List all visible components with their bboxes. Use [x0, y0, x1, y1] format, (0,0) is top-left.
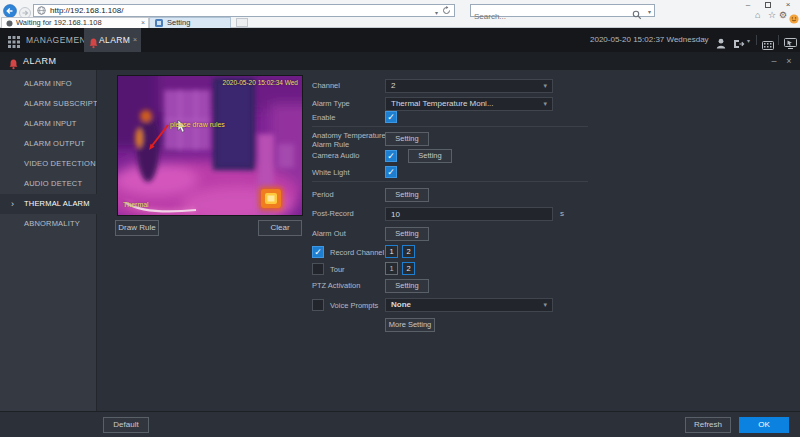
- sidebar-item-thermal-alarm[interactable]: › THERMAL ALARM: [0, 194, 97, 214]
- osd-draw-hint: please draw rules: [170, 121, 225, 128]
- alarm-type-value: Thermal Temperature Moni...: [391, 99, 494, 108]
- sidebar-item-abnormality[interactable]: ABNORMALITY: [0, 214, 97, 234]
- channel-value: 2: [391, 81, 395, 90]
- alarm-out-setting-button[interactable]: Setting: [385, 227, 429, 241]
- channel-label: Channel: [312, 79, 386, 93]
- osd-stream-label: Thermal: [123, 201, 149, 208]
- chevron-down-icon: ▾: [543, 98, 547, 110]
- panel-header: ALARM – ×: [0, 52, 800, 70]
- hot-object: [259, 187, 283, 210]
- tab-favicon: [6, 20, 13, 28]
- white-light-checkbox[interactable]: ✓: [385, 166, 397, 178]
- tour-1-button[interactable]: 1: [385, 262, 398, 275]
- search-dropdown-icon[interactable]: ▾: [648, 8, 651, 15]
- default-button[interactable]: Default: [103, 417, 149, 433]
- record-channel-1-button[interactable]: 1: [385, 245, 398, 258]
- system-datetime: 2020-05-20 15:02:37 Wednesday: [590, 28, 709, 52]
- thermal-video-preview[interactable]: 2020-05-20 15:02:34 Wed please draw rule…: [117, 75, 303, 216]
- browser-chrome: – × http://192.168.1.108/ ▾ ▾ ⌂: [0, 0, 800, 28]
- thermal-image: [118, 76, 303, 216]
- osd-timestamp: 2020-05-20 15:02:34 Wed: [223, 79, 298, 86]
- alarm-type-dropdown[interactable]: Thermal Temperature Moni... ▾: [385, 97, 553, 111]
- search-icon[interactable]: [632, 6, 642, 24]
- maximize-icon: [765, 2, 771, 8]
- sidebar-item-label: THERMAL ALARM: [24, 199, 90, 208]
- tools-gear-icon[interactable]: ⚙: [779, 9, 787, 21]
- channel-dropdown[interactable]: 2 ▾: [385, 79, 553, 93]
- tab-management[interactable]: MANAGEMENT: [26, 28, 92, 52]
- sidebar-item-audio-detect[interactable]: AUDIO DETECT: [0, 174, 97, 194]
- tab-alarm[interactable]: ALARM ×: [84, 28, 141, 52]
- panel-title: ALARM: [23, 52, 57, 70]
- alarm-bell-icon: [89, 35, 98, 53]
- ptz-activation-label: PTZ Activation: [312, 279, 386, 293]
- panel-close-icon[interactable]: ×: [783, 52, 795, 70]
- voice-prompts-dropdown[interactable]: None ▾: [385, 298, 553, 312]
- app-tab-bar: MANAGEMENT ALARM × 2020-05-20 15:02:37 W…: [0, 28, 800, 52]
- divider: [778, 35, 779, 45]
- ok-button[interactable]: OK: [739, 417, 789, 433]
- refresh-button[interactable]: Refresh: [685, 417, 731, 433]
- more-setting-button[interactable]: More Setting: [385, 318, 435, 332]
- tab-favicon: [155, 19, 163, 28]
- tab-close-icon[interactable]: ×: [141, 18, 145, 28]
- logout-dropdown-icon[interactable]: ▾: [747, 37, 750, 44]
- favorites-star-icon[interactable]: ☆: [768, 9, 776, 21]
- chevron-right-icon: ›: [11, 194, 14, 214]
- chevron-down-icon: ▾: [543, 299, 547, 311]
- home-icon[interactable]: ⌂: [755, 9, 760, 21]
- remote-monitor-icon[interactable]: [784, 35, 797, 53]
- panel-minimize-icon[interactable]: –: [768, 52, 780, 70]
- alarm-out-label: Alarm Out: [312, 227, 386, 241]
- address-bar[interactable]: http://192.168.1.108/ ▾: [33, 4, 455, 17]
- divider: [312, 181, 588, 182]
- user-icon[interactable]: [716, 35, 726, 53]
- chevron-down-icon: ▾: [543, 80, 547, 92]
- browser-tab-waiting[interactable]: Waiting for 192.168.1.108 ×: [1, 17, 149, 28]
- anatomy-rule-label: Anatomy Temperature Alarm Rule: [312, 131, 388, 149]
- record-channel-2-button[interactable]: 2: [402, 245, 415, 258]
- enable-checkbox[interactable]: ✓: [385, 111, 397, 123]
- sidebar-item-video-detection[interactable]: VIDEO DETECTION: [0, 154, 97, 174]
- search-input[interactable]: [471, 11, 621, 22]
- back-icon: [3, 4, 17, 18]
- address-dropdown-icon[interactable]: ▾: [435, 8, 438, 19]
- post-record-input[interactable]: [385, 207, 553, 221]
- record-channel-checkbox[interactable]: ✓: [312, 246, 324, 258]
- sidebar-item-alarm-info[interactable]: ALARM INFO: [0, 74, 97, 94]
- feedback-smiley-icon[interactable]: [789, 10, 799, 28]
- alarm-type-label: Alarm Type: [312, 97, 386, 111]
- voice-prompts-checkbox[interactable]: [312, 299, 324, 311]
- divider: [756, 35, 757, 45]
- camera-audio-checkbox[interactable]: ✓: [385, 150, 397, 162]
- tab-alarm-label: ALARM: [99, 28, 130, 52]
- browser-tab-setting[interactable]: Setting: [149, 17, 231, 28]
- camera-audio-setting-button[interactable]: Setting: [408, 149, 452, 163]
- voice-prompts-value: None: [391, 300, 411, 309]
- tab-title: Waiting for 192.168.1.108: [16, 18, 102, 28]
- tour-2-button[interactable]: 2: [402, 262, 415, 275]
- tour-checkbox[interactable]: [312, 263, 324, 275]
- url-text: http://192.168.1.108/: [50, 5, 123, 16]
- clear-button[interactable]: Clear: [258, 220, 302, 236]
- tab-close-icon[interactable]: ×: [133, 28, 137, 52]
- camera-audio-label: Camera Audio: [312, 149, 386, 163]
- new-tab-button[interactable]: [236, 18, 248, 27]
- sidebar-item-alarm-subscription[interactable]: ALARM SUBSCRIPTI...: [0, 94, 97, 114]
- refresh-icon[interactable]: [442, 6, 451, 18]
- sidebar-item-alarm-input[interactable]: ALARM INPUT: [0, 114, 97, 134]
- anatomy-rule-setting-button[interactable]: Setting: [385, 132, 429, 146]
- screen: – × http://192.168.1.108/ ▾ ▾ ⌂: [0, 0, 800, 437]
- white-light-label: White Light: [312, 166, 386, 180]
- ptz-setting-button[interactable]: Setting: [385, 279, 429, 293]
- post-record-unit: s: [560, 207, 564, 221]
- footer-bar: Default Refresh OK: [0, 411, 800, 437]
- window-minimize-button[interactable]: –: [741, 0, 755, 10]
- period-setting-button[interactable]: Setting: [385, 188, 429, 202]
- draw-rule-button[interactable]: Draw Rule: [115, 220, 159, 236]
- sidebar-item-alarm-output[interactable]: ALARM OUTPUT: [0, 134, 97, 154]
- tab-title: Setting: [167, 18, 190, 28]
- main-content: 2020-05-20 15:02:34 Wed please draw rule…: [97, 70, 800, 411]
- logout-icon[interactable]: [733, 35, 745, 53]
- apps-grid-icon[interactable]: [8, 34, 20, 52]
